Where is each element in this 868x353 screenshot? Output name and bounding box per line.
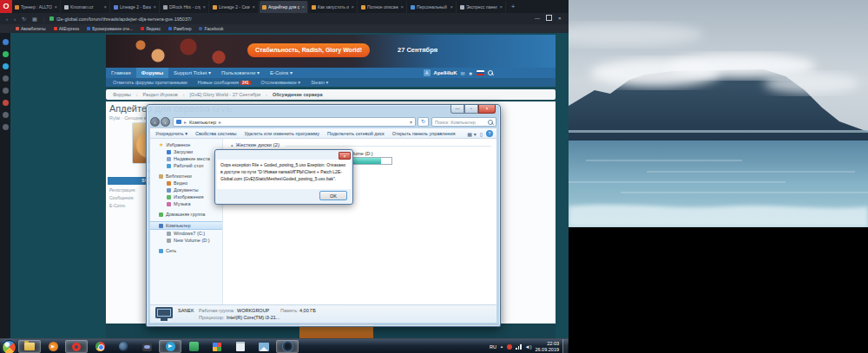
ok-button[interactable]: OK (319, 191, 347, 200)
tree-item-drive-d[interactable]: New Volume (D:) (150, 237, 222, 244)
nav-home[interactable]: Главная (106, 68, 136, 78)
forum-banner[interactable]: Стабильность, Radish, Glory World! 27 Се… (106, 35, 556, 68)
explorer-window[interactable]: — ▫ × ‹ › ▸ Компьютер ▸ ▾ ↻ Поиск: Компь… (146, 104, 501, 327)
taskbar-discord[interactable] (135, 340, 158, 353)
tab-close-icon[interactable]: × (499, 4, 503, 10)
sidebar-vk-icon[interactable] (3, 39, 9, 45)
uninstall-program-button[interactable]: Удалить или изменить программу (245, 131, 319, 136)
steam-link[interactable]: Steam ▾ (311, 80, 328, 85)
url-text[interactable]: l2e-global.com/forum/threads/apdejter-dl… (56, 16, 191, 22)
browser-tab[interactable]: Как запустить игру...× (309, 1, 358, 13)
tree-item-recent-places[interactable]: Недавние места (150, 155, 222, 162)
browser-tab[interactable]: Lineage 2 - Скачать...× (210, 1, 259, 13)
sidebar-history-icon[interactable] (3, 88, 9, 94)
thread-author-link[interactable]: Rylai (109, 115, 120, 121)
taskbar-sphere-browser[interactable] (112, 340, 135, 353)
map-network-drive-button[interactable]: Подключить сетевой диск (327, 131, 385, 136)
padlock-icon[interactable] (49, 16, 54, 21)
tab-close-icon[interactable]: × (252, 4, 255, 10)
organize-button[interactable]: Упорядочить ▾ (155, 131, 187, 136)
mark-forums-read-link[interactable]: Отметить форумы прочитанными (113, 80, 187, 85)
taskbar-telegram[interactable] (159, 340, 181, 353)
new-tab-button[interactable]: + (508, 0, 518, 13)
taskbar-game-launcher[interactable] (206, 340, 228, 353)
taskbar-photo-viewer[interactable] (253, 340, 275, 353)
back-icon[interactable]: ‹ (6, 16, 8, 22)
browser-tab[interactable]: Полное описание и...× (358, 1, 407, 13)
help-icon[interactable]: ? (486, 130, 493, 137)
bookmark-item[interactable]: Рамблер (168, 26, 191, 31)
network-icon[interactable] (516, 344, 522, 350)
browser-tab[interactable]: Lineage 2 - База зна...× (111, 1, 160, 13)
tree-item-network[interactable]: Сеть (150, 247, 222, 254)
search-icon[interactable] (488, 70, 493, 75)
watched-link[interactable]: Отслеживаемое ▾ (261, 80, 301, 85)
sidebar-telegram-icon[interactable] (3, 63, 9, 69)
tree-item-music[interactable]: Музыка (150, 200, 222, 207)
tab-close-icon[interactable]: × (153, 4, 156, 10)
nav-forums[interactable]: Форумы (136, 68, 168, 78)
taskbar-media-player[interactable]: ▶ (42, 340, 64, 353)
sidebar-downloads-icon[interactable] (3, 112, 9, 118)
close-icon[interactable]: × (558, 16, 562, 21)
maximize-icon[interactable]: ▫ (464, 105, 478, 114)
forward-icon[interactable]: › (161, 117, 170, 127)
opera-menu-button[interactable]: O (0, 0, 12, 13)
open-control-panel-button[interactable]: Открыть панель управления (392, 131, 456, 136)
reload-icon[interactable]: ↻ (22, 16, 26, 22)
refresh-icon[interactable]: ↻ (418, 117, 429, 127)
tab-close-icon[interactable]: × (400, 4, 404, 10)
sidebar-bookmarks-icon[interactable] (3, 75, 9, 82)
taskbar-notes[interactable] (229, 340, 252, 353)
bookmark-item[interactable]: Яндекс (141, 26, 161, 31)
tree-item-documents[interactable]: Документы (150, 186, 222, 193)
taskbar-raidcall[interactable] (182, 340, 205, 353)
browser-tab-active[interactable]: Апдейтер для серв...× (260, 1, 308, 13)
tab-close-icon[interactable]: × (351, 4, 354, 10)
nav-ecoins[interactable]: E-Coins ▾ (265, 68, 298, 78)
tab-close-icon[interactable]: × (202, 4, 206, 10)
tree-item-computer[interactable]: Компьютер (150, 221, 222, 230)
group-header[interactable]: ▴Жесткие диски (2) (231, 142, 496, 147)
account-menu[interactable]: A ApelHluK ✉ ★ (424, 68, 493, 78)
language-flag-icon[interactable] (477, 70, 484, 75)
address-dropdown-icon[interactable]: ▾ (410, 119, 412, 125)
tab-close-icon[interactable]: × (301, 4, 305, 10)
sidebar-likes-icon[interactable] (3, 100, 9, 106)
bookmark-item[interactable]: AliExpress (54, 26, 80, 31)
address-location[interactable]: Компьютер (189, 120, 216, 125)
maximize-icon[interactable] (546, 15, 552, 21)
show-desktop-button[interactable] (562, 339, 568, 353)
inbox-icon[interactable]: ✉ (461, 70, 465, 76)
bookmark-item[interactable]: Авиабилеты (16, 26, 46, 31)
breadcrumb-item[interactable]: Форумы (113, 92, 131, 97)
tree-item-homegroup[interactable]: Домашняя группа (150, 211, 222, 218)
tree-item-favorites[interactable]: ★Избранное (150, 141, 222, 148)
tab-close-icon[interactable]: × (450, 4, 453, 10)
preview-pane-icon[interactable]: ▯ (480, 131, 483, 137)
tree-item-downloads[interactable]: Загрузки (150, 148, 222, 155)
taskbar-chrome[interactable] (89, 340, 111, 353)
breadcrumb-item[interactable]: Раздел Игроков (143, 92, 178, 97)
close-icon[interactable]: × (339, 152, 351, 160)
bookmark-item[interactable]: Facebook (199, 26, 223, 31)
browser-tab[interactable]: DRock Hits - слуша...× (161, 1, 209, 13)
taskbar-windows-explorer[interactable] (18, 340, 41, 353)
tab-close-icon[interactable]: × (103, 4, 107, 10)
language-indicator[interactable]: RU (490, 344, 496, 350)
browser-tab[interactable]: Персональный каб...× (408, 1, 457, 13)
minimize-icon[interactable]: — (450, 105, 464, 114)
browser-tab[interactable]: Экспресс панель× (457, 1, 506, 13)
start-button[interactable] (2, 340, 16, 353)
sidebar-whatsapp-icon[interactable] (3, 51, 9, 57)
hidden-icons-chevron[interactable]: ▲ (500, 344, 503, 349)
browser-tab[interactable]: Kinoman.uz× (62, 1, 110, 13)
tray-app-icon[interactable] (507, 344, 512, 350)
tree-item-videos[interactable]: Видео (150, 180, 222, 186)
address-breadcrumb[interactable]: ▸ Компьютер ▸ ▾ (173, 117, 416, 127)
explorer-search-input[interactable]: Поиск: Компьютер (431, 117, 496, 127)
nav-support-ticket[interactable]: Support Ticket ▾ (168, 68, 216, 78)
system-properties-button[interactable]: Свойства системы (195, 131, 237, 136)
breadcrumb-item[interactable]: [GvE] Glory World - 27 Сентября (190, 92, 260, 97)
forward-icon[interactable]: › (14, 16, 16, 22)
